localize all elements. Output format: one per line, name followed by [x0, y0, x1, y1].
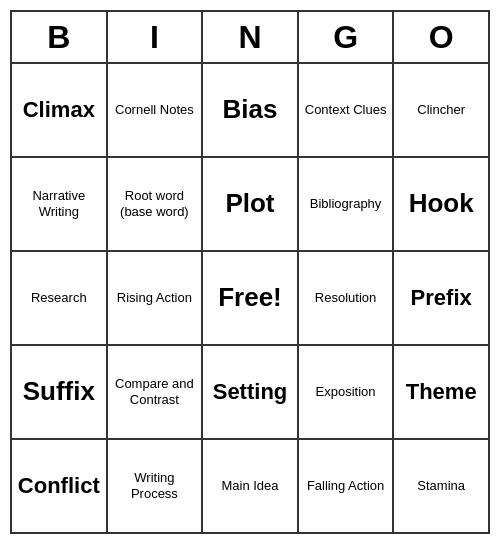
cell-1-4[interactable]: Hook	[394, 158, 488, 250]
header-letter-O: O	[394, 12, 488, 62]
cell-2-4[interactable]: Prefix	[394, 252, 488, 344]
cell-0-2[interactable]: Bias	[203, 64, 299, 156]
bingo-row-1: Narrative WritingRoot word (base word)Pl…	[12, 158, 488, 252]
cell-2-0[interactable]: Research	[12, 252, 108, 344]
cell-3-1[interactable]: Compare and Contrast	[108, 346, 204, 438]
cell-0-4[interactable]: Clincher	[394, 64, 488, 156]
cell-3-3[interactable]: Exposition	[299, 346, 395, 438]
cell-2-3[interactable]: Resolution	[299, 252, 395, 344]
bingo-header: BINGO	[12, 12, 488, 64]
cell-3-4[interactable]: Theme	[394, 346, 488, 438]
bingo-row-2: ResearchRising ActionFree!ResolutionPref…	[12, 252, 488, 346]
header-letter-G: G	[299, 12, 395, 62]
cell-1-0[interactable]: Narrative Writing	[12, 158, 108, 250]
cell-4-2[interactable]: Main Idea	[203, 440, 299, 532]
cell-4-1[interactable]: Writing Process	[108, 440, 204, 532]
header-letter-I: I	[108, 12, 204, 62]
cell-1-3[interactable]: Bibliography	[299, 158, 395, 250]
header-letter-N: N	[203, 12, 299, 62]
bingo-row-0: ClimaxCornell NotesBiasContext CluesClin…	[12, 64, 488, 158]
cell-2-1[interactable]: Rising Action	[108, 252, 204, 344]
bingo-row-3: SuffixCompare and ContrastSettingExposit…	[12, 346, 488, 440]
cell-0-0[interactable]: Climax	[12, 64, 108, 156]
cell-1-2[interactable]: Plot	[203, 158, 299, 250]
bingo-row-4: ConflictWriting ProcessMain IdeaFalling …	[12, 440, 488, 532]
cell-4-3[interactable]: Falling Action	[299, 440, 395, 532]
bingo-grid: ClimaxCornell NotesBiasContext CluesClin…	[12, 64, 488, 532]
bingo-card: BINGO ClimaxCornell NotesBiasContext Clu…	[10, 10, 490, 534]
cell-0-1[interactable]: Cornell Notes	[108, 64, 204, 156]
cell-3-0[interactable]: Suffix	[12, 346, 108, 438]
cell-4-4[interactable]: Stamina	[394, 440, 488, 532]
cell-0-3[interactable]: Context Clues	[299, 64, 395, 156]
cell-1-1[interactable]: Root word (base word)	[108, 158, 204, 250]
cell-4-0[interactable]: Conflict	[12, 440, 108, 532]
cell-3-2[interactable]: Setting	[203, 346, 299, 438]
header-letter-B: B	[12, 12, 108, 62]
cell-2-2[interactable]: Free!	[203, 252, 299, 344]
